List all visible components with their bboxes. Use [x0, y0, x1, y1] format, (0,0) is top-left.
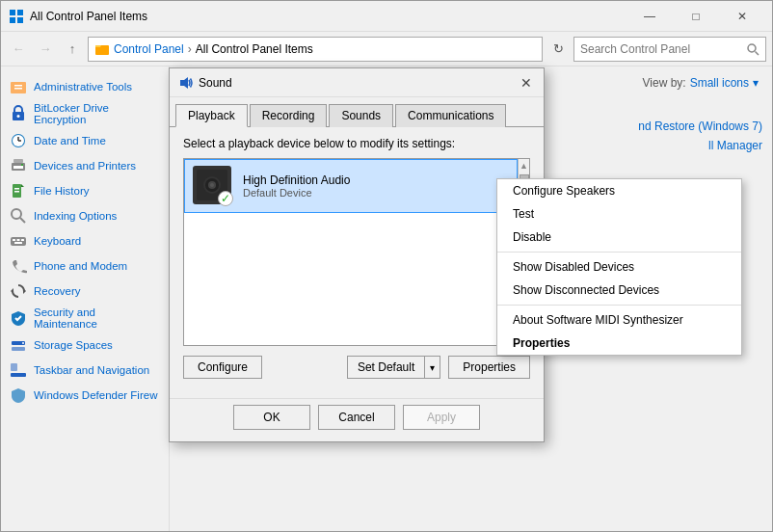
- ctx-item-properties[interactable]: Properties: [497, 332, 741, 355]
- close-button[interactable]: ✕: [720, 3, 764, 30]
- tab-communications[interactable]: Communications: [395, 104, 506, 127]
- svg-rect-27: [13, 239, 15, 241]
- file-history-icon: [9, 181, 28, 200]
- dialog-bottom-buttons: Configure Set Default ▾ Properties: [183, 356, 530, 388]
- bitlocker-label: BitLocker Drive Encryption: [34, 102, 161, 125]
- svg-rect-37: [11, 363, 17, 371]
- tab-sounds[interactable]: Sounds: [329, 104, 393, 127]
- keyboard-label: Keyboard: [34, 235, 81, 247]
- properties-button[interactable]: Properties: [448, 356, 530, 379]
- minimize-button[interactable]: —: [627, 3, 672, 30]
- sidebar-item-admin-tools[interactable]: Administrative Tools: [1, 74, 169, 99]
- view-by-label: View by:: [643, 76, 686, 90]
- ctx-item-about-midi[interactable]: About Software MIDI Synthesizer: [497, 308, 741, 332]
- svg-rect-34: [12, 347, 25, 351]
- svg-point-19: [21, 164, 23, 166]
- sidebar-item-recovery[interactable]: Recovery: [1, 279, 169, 304]
- sidebar-item-date-time[interactable]: Date and Time: [1, 128, 169, 153]
- sidebar-item-file-history[interactable]: File History: [1, 178, 169, 203]
- cancel-button[interactable]: Cancel: [318, 405, 395, 430]
- indexing-options-label: Indexing Options: [34, 210, 117, 222]
- set-default-arrow: ▾: [425, 357, 440, 378]
- tab-recording[interactable]: Recording: [250, 104, 328, 127]
- address-bar: ← → ↑ Control Panel › All Control Panel …: [1, 32, 772, 66]
- dialog-close-button[interactable]: ✕: [517, 73, 536, 93]
- dialog-footer: OK Cancel Apply: [170, 398, 544, 441]
- svg-rect-36: [11, 373, 26, 377]
- indexing-options-icon: [9, 206, 28, 226]
- svg-rect-26: [11, 237, 26, 246]
- svg-rect-1: [17, 10, 23, 15]
- configure-button[interactable]: Configure: [183, 356, 262, 379]
- security-maintenance-label: Security and Maintenance: [34, 306, 161, 330]
- sidebar-item-taskbar-navigation[interactable]: Taskbar and Navigation: [1, 358, 169, 383]
- security-maintenance-icon: [9, 308, 28, 328]
- up-button[interactable]: ↑: [61, 38, 84, 61]
- maximize-button[interactable]: □: [674, 3, 718, 30]
- ctx-separator-1: [497, 252, 741, 253]
- view-by-control[interactable]: View by: Small icons ▾: [643, 76, 760, 90]
- search-input[interactable]: [580, 42, 746, 56]
- admin-tools-label: Administrative Tools: [34, 81, 132, 93]
- title-bar: All Control Panel Items — □ ✕: [1, 1, 772, 32]
- svg-point-35: [22, 342, 24, 344]
- taskbar-navigation-label: Taskbar and Navigation: [34, 364, 149, 376]
- ctx-item-disable[interactable]: Disable: [497, 226, 741, 249]
- window-icon: [9, 9, 24, 24]
- svg-rect-17: [13, 166, 23, 169]
- dialog-body: Select a playback device below to modify…: [170, 127, 544, 398]
- sidebar-item-windows-defender[interactable]: Windows Defender Firew: [1, 383, 169, 408]
- sidebar-item-storage-spaces[interactable]: Storage Spaces: [1, 332, 169, 358]
- ctx-item-configure-speakers[interactable]: Configure Speakers: [497, 179, 741, 202]
- sidebar-item-keyboard[interactable]: Keyboard: [1, 228, 169, 253]
- ctx-item-show-disconnected[interactable]: Show Disconnected Devices: [497, 279, 741, 302]
- search-icon: [746, 42, 760, 56]
- tab-playback[interactable]: Playback: [175, 104, 248, 127]
- svg-marker-21: [21, 184, 24, 187]
- ctx-item-show-disabled[interactable]: Show Disabled Devices: [497, 255, 741, 279]
- dialog-title-text: Sound: [199, 76, 511, 90]
- window-title: All Control Panel Items: [30, 10, 627, 23]
- set-default-button[interactable]: Set Default ▾: [347, 356, 440, 379]
- path-segment-2: All Control Panel Items: [196, 42, 313, 56]
- date-time-label: Date and Time: [34, 135, 106, 146]
- device-list: ✓ High Definition Audio Default Device ▲…: [183, 158, 530, 346]
- windows-defender-icon: [9, 386, 28, 405]
- sidebar: Administrative Tools BitLocker Drive Enc…: [1, 66, 170, 531]
- sidebar-item-bitlocker[interactable]: BitLocker Drive Encryption: [1, 99, 169, 128]
- address-path[interactable]: Control Panel › All Control Panel Items: [88, 37, 543, 62]
- svg-rect-30: [14, 242, 22, 244]
- sidebar-item-indexing-options[interactable]: Indexing Options: [1, 203, 169, 228]
- sidebar-item-devices-printers[interactable]: Devices and Printers: [1, 153, 169, 178]
- dialog-instruction: Select a playback device below to modify…: [183, 137, 530, 150]
- window-controls: — □ ✕: [627, 3, 764, 30]
- apply-button[interactable]: Apply: [403, 405, 480, 430]
- device-subtext: Default Device: [243, 187, 509, 199]
- right-item-2[interactable]: ll Manager: [708, 139, 762, 152]
- svg-line-6: [756, 51, 760, 55]
- sidebar-item-phone-modem[interactable]: Phone and Modem: [1, 253, 169, 279]
- device-item-0[interactable]: ✓ High Definition Audio Default Device: [184, 159, 518, 213]
- right-item-1[interactable]: nd Restore (Windows 7): [638, 120, 762, 133]
- folder-icon: [94, 41, 110, 57]
- svg-point-11: [17, 115, 20, 118]
- refresh-button[interactable]: ↻: [546, 38, 570, 61]
- taskbar-navigation-icon: [9, 360, 28, 380]
- svg-rect-22: [14, 188, 19, 190]
- back-button[interactable]: ←: [7, 38, 30, 61]
- dialog-title-bar: Sound ✕: [170, 68, 544, 97]
- file-history-label: File History: [34, 185, 90, 197]
- ok-button[interactable]: OK: [233, 405, 310, 430]
- svg-rect-0: [10, 10, 15, 15]
- forward-button[interactable]: →: [34, 38, 57, 61]
- svg-rect-28: [17, 239, 20, 241]
- devices-printers-icon: [9, 156, 28, 175]
- phone-modem-label: Phone and Modem: [34, 260, 127, 272]
- svg-rect-29: [21, 239, 24, 241]
- ctx-item-test[interactable]: Test: [497, 202, 741, 226]
- sidebar-item-security-maintenance[interactable]: Security and Maintenance: [1, 304, 169, 332]
- sound-dialog: Sound ✕ Playback Recording Sounds Commun…: [169, 67, 545, 442]
- admin-tools-icon: [9, 77, 28, 96]
- date-time-icon: [9, 131, 28, 150]
- device-info: High Definition Audio Default Device: [243, 173, 509, 199]
